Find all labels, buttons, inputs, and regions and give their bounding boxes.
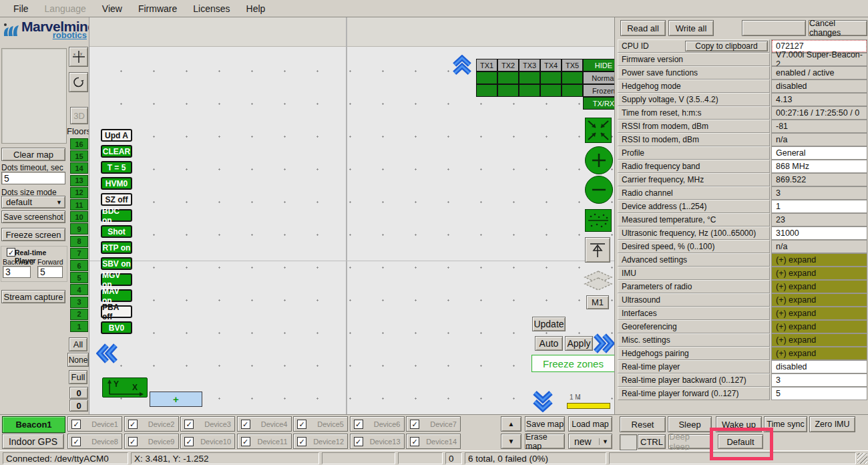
param-value[interactable]: 3: [771, 373, 867, 387]
param-value[interactable]: (+) expand: [771, 267, 867, 280]
expand-right-chevron-icon[interactable]: [592, 333, 615, 356]
device-toggle-device1[interactable]: ✓Device1: [67, 416, 122, 432]
map-canvas[interactable]: TX1TX2TX3TX4TX5HIDENormalFrozenTX/RX: [89, 17, 614, 414]
collapse-left-chevron-icon[interactable]: [96, 343, 119, 366]
freeze-zones-button[interactable]: Freeze zones: [531, 355, 615, 372]
map-cmd-shot[interactable]: Shot: [101, 225, 132, 238]
tx-state-cell[interactable]: [562, 84, 583, 97]
tx-state-cell[interactable]: [476, 84, 497, 97]
collapse-up-chevron-icon[interactable]: [452, 55, 472, 77]
freeze-screen-button[interactable]: Freeze screen: [1, 228, 65, 241]
param-value[interactable]: 5: [771, 387, 867, 400]
ctrl-button[interactable]: CTRL: [638, 434, 666, 449]
stream-capture-button[interactable]: Stream capture: [1, 290, 65, 303]
checkbox-checked-icon[interactable]: ✓: [410, 437, 419, 446]
checkbox-checked-icon[interactable]: ✓: [410, 420, 419, 429]
zoom-out-button[interactable]: [585, 176, 613, 204]
floor-button-12[interactable]: 12: [70, 187, 88, 198]
param-value[interactable]: (+) expand: [771, 253, 867, 267]
device-toggle-device11[interactable]: ✓Device11: [237, 434, 292, 449]
param-value[interactable]: (+) expand: [771, 307, 867, 320]
checkbox-checked-icon[interactable]: ✓: [297, 437, 306, 446]
save-map-button[interactable]: Save map: [525, 416, 565, 432]
rotate-tool-button[interactable]: [69, 72, 88, 92]
zoom-in-button[interactable]: [585, 146, 613, 174]
dots-display-button[interactable]: [585, 209, 612, 232]
checkbox-checked-icon[interactable]: ✓: [184, 420, 194, 429]
checkbox-checked-icon[interactable]: ✓: [354, 437, 363, 446]
floor-button-15[interactable]: 15: [70, 150, 88, 162]
device-scroll-up-button[interactable]: ▲: [501, 416, 521, 432]
apply-button[interactable]: Apply: [565, 336, 593, 351]
device-toggle-device9[interactable]: ✓Device9: [124, 434, 179, 449]
floor-button-16[interactable]: 16: [70, 138, 88, 150]
map-name-select[interactable]: new ▼: [568, 434, 612, 449]
map-cmd-mav-on[interactable]: MAV on: [101, 289, 132, 302]
checkbox-checked-icon[interactable]: ✓: [184, 437, 194, 446]
menu-item-file[interactable]: File: [5, 3, 37, 14]
tx-state-cell[interactable]: [540, 84, 562, 97]
tx-state-cell[interactable]: [476, 71, 497, 84]
dots-timeout-input[interactable]: 5: [1, 172, 65, 184]
device-toggle-device3[interactable]: ✓Device3: [180, 416, 235, 432]
checkbox-checked-icon[interactable]: ✓: [241, 420, 250, 429]
tx-state-cell[interactable]: [519, 84, 540, 97]
clear-map-button[interactable]: Clear map: [1, 148, 65, 161]
map-cmd-bv0[interactable]: BV0: [101, 321, 132, 334]
indoor-gps-button[interactable]: Indoor GPS: [2, 434, 64, 449]
floor-counter-down[interactable]: 0: [69, 400, 88, 412]
menu-item-licenses[interactable]: Licenses: [185, 3, 238, 14]
device-toggle-device6[interactable]: ✓Device6: [350, 416, 405, 432]
map-cmd-sbv-on[interactable]: SBV on: [101, 257, 132, 270]
tx-header-tx1[interactable]: TX1: [476, 59, 497, 71]
erase-map-button[interactable]: Erase map: [525, 434, 565, 449]
param-value[interactable]: (+) expand: [771, 333, 867, 347]
floor-button-1[interactable]: 1: [70, 321, 88, 332]
tx-header-tx3[interactable]: TX3: [519, 59, 540, 71]
write-all-button[interactable]: Write all: [668, 20, 714, 36]
device-toggle-device13[interactable]: ✓Device13: [350, 434, 405, 449]
floor-button-14[interactable]: 14: [70, 162, 88, 174]
tx-state-cell[interactable]: [497, 71, 519, 84]
param-value[interactable]: (+) expand: [771, 280, 867, 293]
load-map-button[interactable]: Load map: [568, 416, 612, 432]
forward-input[interactable]: 5: [37, 266, 63, 278]
checkbox-checked-icon[interactable]: ✓: [128, 437, 138, 446]
menu-item-view[interactable]: View: [94, 3, 130, 14]
map-cmd-upd-a[interactable]: Upd A: [101, 129, 132, 142]
menu-item-firmware[interactable]: Firmware: [130, 3, 185, 14]
device-toggle-device4[interactable]: ✓Device4: [237, 416, 292, 432]
device-toggle-device2[interactable]: ✓Device2: [124, 416, 179, 432]
dots-size-select[interactable]: default ▼: [1, 196, 65, 208]
tx-header-tx5[interactable]: TX5: [562, 59, 583, 71]
param-value[interactable]: 868 MHz: [771, 160, 867, 173]
tx-state-cell[interactable]: [540, 71, 562, 84]
param-value[interactable]: (+) expand: [771, 293, 867, 307]
floor-button-11[interactable]: 11: [70, 199, 88, 210]
sleep-button[interactable]: Sleep: [668, 416, 712, 432]
map-cmd-pba-off[interactable]: PBA off: [101, 305, 132, 318]
floor-button-9[interactable]: 9: [70, 223, 88, 235]
param-value[interactable]: General: [771, 146, 867, 160]
param-value[interactable]: 1: [771, 200, 867, 213]
tx-state-cell[interactable]: [519, 71, 540, 84]
ctrl-checkbox[interactable]: [620, 434, 637, 450]
param-value[interactable]: (+) expand: [771, 347, 867, 360]
reset-button[interactable]: Reset: [620, 416, 666, 432]
map-cmd-bdc-on[interactable]: BDC on: [101, 209, 132, 222]
blank-button[interactable]: [742, 20, 806, 36]
cancel-changes-button[interactable]: Cancel changes: [809, 20, 867, 36]
map-cmd-hvm0[interactable]: HVM0: [101, 177, 132, 190]
device-toggle-device10[interactable]: ✓Device10: [180, 434, 235, 449]
map-cmd-mgv-on[interactable]: MGV on: [101, 273, 132, 286]
zero-imu-button[interactable]: Zero IMU: [809, 416, 855, 432]
checkbox-checked-icon[interactable]: ✓: [241, 437, 250, 446]
floor-button-3[interactable]: 3: [70, 297, 88, 308]
map-cmd-clear[interactable]: CLEAR: [101, 145, 132, 158]
device-toggle-device8[interactable]: ✓Device8: [67, 434, 122, 449]
beacon1-button[interactable]: Beacon1: [2, 416, 65, 433]
collapse-down-chevron-icon[interactable]: [532, 390, 554, 414]
save-screenshot-button[interactable]: Save screenshot: [1, 210, 65, 223]
map-cmd-rtp-on[interactable]: RTP on: [101, 241, 132, 254]
floors-none-button[interactable]: None: [67, 353, 89, 367]
